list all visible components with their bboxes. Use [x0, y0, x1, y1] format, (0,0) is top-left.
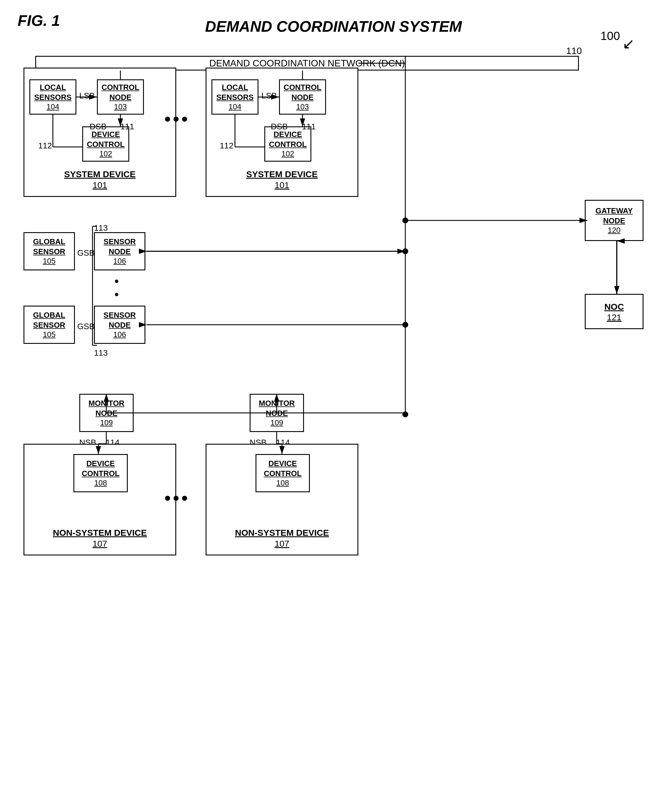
system-device-right-label: SYSTEM DEVICE [206, 168, 357, 180]
fig-label: FIG. 1 [18, 12, 60, 29]
device-control-left: DEVICECONTROL 102 [82, 126, 129, 161]
control-node-left-label: CONTROLNODE [101, 83, 139, 103]
sensor-node-bottom: SENSORNODE 106 [94, 306, 145, 344]
device-control-right-bottom-ref: 108 [276, 478, 289, 488]
ref-111-left: 111 [120, 122, 134, 131]
non-system-device-right-label: NON-SYSTEM DEVICE [206, 527, 357, 538]
svg-point-14 [402, 248, 408, 254]
device-control-left-bottom-ref: 108 [94, 478, 107, 488]
gsb-top: GSB [77, 248, 95, 258]
monitor-node-left-label: MONITORNODE [88, 399, 124, 418]
arrow-100-icon: ↙ [622, 35, 635, 52]
device-control-right-bottom-label: DEVICECONTROL [264, 459, 302, 479]
dcn-ref: 110 [566, 45, 582, 57]
device-control-right-bottom: DEVICECONTROL 108 [256, 454, 310, 492]
device-control-right: DEVICECONTROL 102 [264, 126, 311, 161]
device-control-left-ref: 102 [99, 149, 112, 158]
ref-100: 100 [600, 29, 620, 43]
device-control-right-label: DEVICECONTROL [269, 130, 307, 150]
noc-box: NOC 121 [585, 294, 644, 329]
global-sensor-bottom-ref: 105 [43, 330, 55, 339]
ref-112-right: 112 [220, 141, 234, 150]
system-device-left-label: SYSTEM DEVICE [24, 168, 175, 180]
device-control-left-bottom: DEVICECONTROL 108 [73, 454, 128, 492]
dcn-label: DEMAND COORDINATION NETWORK (DCN) [209, 58, 405, 69]
local-sensors-left: LOCALSENSORS 104 [29, 79, 76, 115]
ref-111-right: 111 [302, 122, 316, 131]
device-control-left-bottom-label: DEVICECONTROL [82, 459, 119, 479]
control-node-right-label: CONTROLNODE [284, 83, 322, 103]
noc-label: NOC [604, 301, 624, 313]
global-sensor-bottom-label: GLOBALSENSOR [33, 310, 65, 330]
dsb-right: DSB [271, 122, 288, 131]
system-device-left-ref: 101 [24, 180, 175, 190]
local-sensors-left-label: LOCALSENSORS [34, 83, 71, 103]
sensor-node-bottom-label: SENSORNODE [104, 310, 136, 330]
ref-113-bottom: 113 [94, 348, 108, 358]
global-sensor-top-label: GLOBALSENSOR [33, 237, 65, 257]
non-system-device-left-label: NON-SYSTEM DEVICE [24, 527, 175, 538]
global-sensor-bottom: GLOBALSENSOR 105 [23, 306, 75, 344]
ref-113-top: 113 [94, 223, 108, 233]
monitor-node-right-label: MONITORNODE [259, 399, 295, 418]
svg-point-16 [402, 411, 408, 417]
lsb-right: LSB [261, 91, 277, 100]
sensor-node-top-label: SENSORNODE [104, 237, 136, 257]
svg-point-15 [402, 322, 408, 328]
gateway-node: GATEWAYNODE 120 [585, 200, 644, 241]
control-node-left-ref: 103 [114, 102, 126, 111]
local-sensors-right: LOCALSENSORS 104 [211, 79, 259, 115]
horizontal-dots-bottom: ••• [164, 488, 190, 508]
control-node-left: CONTROLNODE 103 [97, 79, 144, 115]
monitor-node-right-ref: 109 [270, 418, 283, 427]
control-node-right-ref: 103 [296, 102, 309, 111]
control-node-right: CONTROLNODE 103 [279, 79, 326, 115]
local-sensors-right-ref: 104 [229, 102, 241, 111]
noc-ref: 121 [607, 313, 622, 323]
ref-112-left: 112 [38, 141, 52, 150]
device-control-left-label: DEVICECONTROL [87, 130, 125, 150]
monitor-node-left: MONITORNODE 109 [79, 394, 134, 432]
horizontal-dots: ••• [164, 109, 190, 129]
monitor-node-left-ref: 109 [100, 418, 113, 427]
gsb-bottom: GSB [77, 322, 95, 331]
system-device-right-ref: 101 [206, 180, 357, 190]
svg-point-27 [402, 218, 408, 223]
dsb-left: DSB [90, 122, 106, 131]
sensor-node-bottom-ref: 106 [113, 330, 126, 339]
sensor-node-top-ref: 106 [113, 256, 126, 266]
lsb-left: LSB [79, 91, 95, 100]
gateway-node-ref: 120 [608, 226, 620, 235]
monitor-node-right: MONITORNODE 109 [250, 394, 304, 432]
local-sensors-right-label: LOCALSENSORS [216, 83, 254, 103]
main-title: DEMAND COORDINATION SYSTEM [205, 18, 462, 35]
sensor-node-top: SENSORNODE 106 [94, 232, 145, 270]
global-sensor-top: GLOBALSENSOR 105 [23, 232, 75, 270]
non-system-device-left-ref: 107 [24, 539, 175, 549]
non-system-device-right-ref: 107 [206, 539, 357, 549]
local-sensors-left-ref: 104 [46, 102, 59, 111]
global-sensor-top-ref: 105 [43, 256, 55, 266]
device-control-right-ref: 102 [281, 149, 294, 158]
gateway-node-label: GATEWAYNODE [595, 206, 633, 226]
